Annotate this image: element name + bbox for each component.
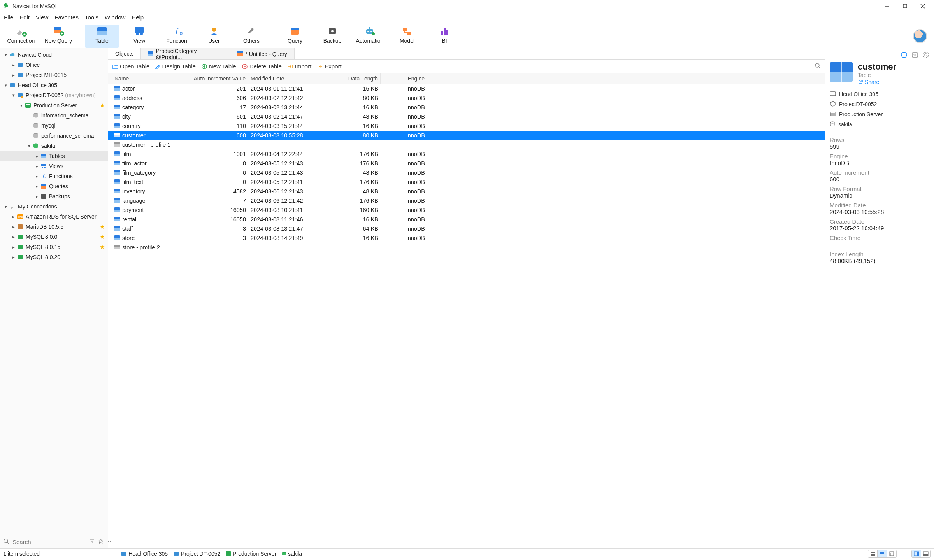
chain-project[interactable]: ProjectDT-0052: [830, 99, 929, 109]
node-office[interactable]: ▸Office: [0, 60, 108, 70]
col-engine[interactable]: Engine: [381, 73, 427, 84]
table-button[interactable]: Table: [85, 24, 119, 48]
star-icon[interactable]: ★: [100, 223, 105, 230]
bi-button[interactable]: BI: [427, 24, 462, 48]
node-functions[interactable]: ▸fxFunctions: [0, 171, 108, 181]
search-icon[interactable]: [815, 63, 821, 70]
search-input[interactable]: [12, 539, 86, 545]
chain-head-office[interactable]: Head Office 305: [830, 89, 929, 99]
table-row[interactable]: rental160502024-03-08 11:21:4616 KBInnoD…: [108, 215, 825, 224]
function-button[interactable]: f(x) Function: [160, 24, 194, 48]
menu-help[interactable]: Help: [132, 14, 144, 21]
star-icon[interactable]: ★: [100, 233, 105, 240]
node-mysql-8015[interactable]: ▸MySQL 8.0.15★: [0, 242, 108, 252]
node-mariadb[interactable]: ▸MariaDB 10.5.5★: [0, 222, 108, 232]
menu-file[interactable]: File: [4, 14, 13, 21]
table-row[interactable]: store - profile 2: [108, 243, 825, 252]
table-row[interactable]: country1102024-03-03 15:21:4416 KBInnoDB: [108, 121, 825, 131]
connection-button[interactable]: + Connection: [4, 24, 38, 48]
filter-icon[interactable]: [90, 539, 95, 545]
node-information-schema[interactable]: infomation_schema: [0, 110, 108, 121]
menu-view[interactable]: View: [36, 14, 48, 21]
node-production-server[interactable]: ▾Production Server★: [0, 100, 108, 110]
node-sakila[interactable]: ▾sakila: [0, 141, 108, 151]
table-row[interactable]: actor2012024-03-01 11:21:4116 KBInnoDB: [108, 84, 825, 93]
status-project[interactable]: Project DT-0052: [173, 551, 220, 557]
design-table-button[interactable]: Design Table: [155, 63, 195, 70]
info-icon[interactable]: i: [901, 51, 908, 60]
new-table-button[interactable]: New Table: [201, 63, 236, 70]
export-button[interactable]: Export: [317, 63, 341, 70]
maximize-button[interactable]: [896, 0, 914, 12]
table-row[interactable]: customer - profile 1: [108, 140, 825, 149]
table-row[interactable]: film_text02024-03-05 12:21:41176 KBInnoD…: [108, 177, 825, 187]
node-amazon-rds[interactable]: ▸awsAmazon RDS for SQL Server: [0, 212, 108, 222]
table-row[interactable]: staff32024-03-08 13:21:4764 KBInnoDB: [108, 224, 825, 233]
menu-edit[interactable]: Edit: [19, 14, 30, 21]
col-modified[interactable]: Modified Date: [248, 73, 326, 84]
user-button[interactable]: User: [197, 24, 231, 48]
menu-tools[interactable]: Tools: [85, 14, 98, 21]
import-button[interactable]: Import: [287, 63, 312, 70]
status-database[interactable]: sakila: [282, 551, 302, 557]
table-row[interactable]: city6012024-03-02 14:21:4748 KBInnoDB: [108, 112, 825, 121]
node-my-connections[interactable]: ▾My Connections: [0, 201, 108, 212]
star-icon[interactable]: ★: [100, 102, 105, 109]
table-row[interactable]: customer6002024-03-03 10:55:2880 KBInnoD…: [108, 131, 825, 140]
right-panel-button[interactable]: [912, 550, 921, 557]
backup-button[interactable]: Backup: [315, 24, 349, 48]
detail-view-button[interactable]: [887, 550, 896, 557]
node-tables[interactable]: ▸Tables: [0, 151, 108, 161]
share-button[interactable]: Share: [858, 79, 896, 85]
node-head-office[interactable]: ▾Head Office 305: [0, 80, 108, 90]
open-table-button[interactable]: Open Table: [112, 63, 149, 70]
model-button[interactable]: Model: [390, 24, 424, 48]
table-row[interactable]: inventory45822024-03-06 12:21:4348 KBInn…: [108, 187, 825, 196]
node-mysql[interactable]: mysql: [0, 121, 108, 131]
tab-objects[interactable]: Objects: [108, 48, 141, 60]
status-server[interactable]: Production Server: [226, 551, 276, 557]
close-button[interactable]: [914, 0, 932, 12]
node-mysql-8020[interactable]: ▸MySQL 8.0.20: [0, 252, 108, 262]
user-avatar[interactable]: [913, 29, 927, 43]
node-views[interactable]: ▸Views: [0, 161, 108, 171]
node-backups[interactable]: ▸Backups: [0, 191, 108, 201]
table-row[interactable]: film_category02024-03-05 12:21:4348 KBIn…: [108, 168, 825, 177]
col-data-length[interactable]: Data Length: [326, 73, 381, 84]
tab-untitled-query[interactable]: * Untitled - Query: [230, 48, 294, 60]
list-view-button[interactable]: [878, 550, 887, 557]
table-row[interactable]: address6062024-03-02 12:21:4280 KBInnoDB: [108, 93, 825, 103]
table-row[interactable]: film_actor02024-03-05 12:21:43176 KBInno…: [108, 159, 825, 168]
node-performance-schema[interactable]: performance_schema: [0, 131, 108, 141]
col-auto-increment[interactable]: Auto Increment Value: [190, 73, 248, 84]
star-outline-icon[interactable]: [98, 539, 104, 545]
status-head-office[interactable]: Head Office 305: [121, 551, 168, 557]
star-icon[interactable]: ★: [100, 243, 105, 250]
table-row[interactable]: film10012024-03-04 12:22:44176 KBInnoDB: [108, 149, 825, 159]
table-row[interactable]: category172024-03-02 13:21:4416 KBInnoDB: [108, 103, 825, 112]
bottom-panel-button[interactable]: [921, 550, 930, 557]
gear-icon[interactable]: [922, 51, 929, 60]
node-navicat-cloud[interactable]: ▾Navicat Cloud: [0, 50, 108, 60]
node-project-mh[interactable]: ▸Project MH-0015: [0, 70, 108, 80]
delete-table-button[interactable]: Delete Table: [242, 63, 282, 70]
grid-view-button[interactable]: [868, 550, 878, 557]
chain-database[interactable]: sakila: [830, 119, 929, 130]
node-queries[interactable]: ▸Queries: [0, 181, 108, 191]
view-button[interactable]: View: [122, 24, 156, 48]
col-name[interactable]: Name: [112, 73, 190, 84]
others-button[interactable]: Others: [234, 24, 269, 48]
node-mysql-800[interactable]: ▸MySQL 8.0.0★: [0, 232, 108, 242]
query-button[interactable]: Query: [278, 24, 312, 48]
table-row[interactable]: payment160502024-03-08 10:21:41160 KBInn…: [108, 205, 825, 215]
tab-product-category[interactable]: ProductCategory @Produt...: [141, 48, 230, 60]
ddl-icon[interactable]: DDL: [911, 51, 918, 60]
minimize-button[interactable]: [878, 0, 896, 12]
table-row[interactable]: language72024-03-06 12:21:42176 KBInnoDB: [108, 196, 825, 205]
new-query-button[interactable]: + New Query: [41, 24, 75, 48]
chain-server[interactable]: Production Server: [830, 109, 929, 119]
node-project-dt[interactable]: ▾ProjectDT-0052(marybrown): [0, 90, 108, 100]
menu-window[interactable]: Window: [105, 14, 125, 21]
table-row[interactable]: store32024-03-08 14:21:4916 KBInnoDB: [108, 233, 825, 243]
automation-button[interactable]: Automation: [353, 24, 387, 48]
